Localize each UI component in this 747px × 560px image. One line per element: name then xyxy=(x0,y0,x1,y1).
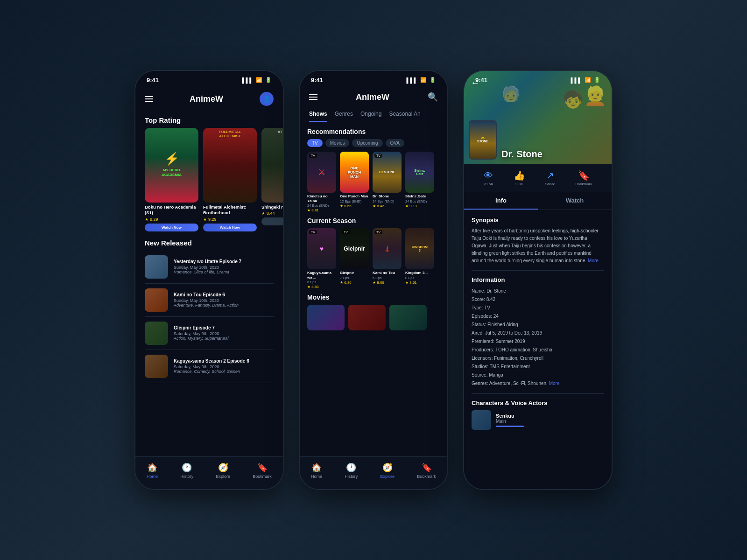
status-time-3: 9:41 xyxy=(475,77,487,84)
phone1-content: Top Rating ⚡ MY HEROACADEMIA Boku no Her… xyxy=(135,111,283,489)
phone-2: 9:41 ▌▌▌ 📶 🔋 AnimeW 🔍 Shows Genres Ongoi… xyxy=(299,70,448,490)
char-item-senkuu[interactable]: Senkuu Main xyxy=(472,410,604,430)
watch-btn-mha[interactable]: Watch Now xyxy=(145,224,198,231)
bookmark-icon: 🔖 xyxy=(257,462,268,473)
nav-home-2[interactable]: 🏠 Home xyxy=(311,462,322,479)
cs-rating-kingdom: ★ 8.61 xyxy=(405,280,434,285)
view-count: 20.5K xyxy=(484,182,493,186)
list-item[interactable]: Yesterday wo Utatte Episode 7 Sunday, Ma… xyxy=(145,251,274,284)
new-released-info-1: Yesterday wo Utatte Episode 7 Sunday, Ma… xyxy=(174,259,241,274)
cs-rating-kaguya: ★ 8.83 xyxy=(307,285,336,289)
user-avatar[interactable]: 👤 xyxy=(260,92,274,106)
nr-title-2: Kami no Tou Episode 6 xyxy=(174,292,239,297)
watch-btn-aot[interactable]: Watch xyxy=(261,217,283,225)
card-rating-mha: ★8.29 xyxy=(145,217,198,222)
synopsis-title: Synopsis xyxy=(472,217,604,224)
bookmark-label: Bookmark xyxy=(575,182,592,186)
home-icon-2: 🏠 xyxy=(311,462,322,473)
rating-card-fma[interactable]: FULLMETALALCHEMIST Fullmetal Alchemist: … xyxy=(203,128,257,233)
list-item[interactable]: Kaguya-sama Season 2 Episode 6 Saturday,… xyxy=(145,350,274,383)
rec-title: Recommendations xyxy=(307,128,440,135)
tab-shows[interactable]: Shows xyxy=(309,107,327,122)
characters-title: Characters & Voice Actors xyxy=(472,399,604,406)
phone2-content: Recommendations TV Movies Upcoming OVA T… xyxy=(300,122,447,489)
cs-badge-kaguya: TV xyxy=(309,230,317,234)
thumb-1 xyxy=(145,255,168,279)
cs-badge-kami: TV xyxy=(374,230,382,234)
rec-card-eps-opm: 12 Eps (END) xyxy=(340,199,369,203)
top-rating-title: Top Rating xyxy=(135,111,283,128)
poster-mha: ⚡ MY HEROACADEMIA xyxy=(145,128,198,203)
list-item[interactable]: Kami no Tou Episode 6 Sunday, May 10th, … xyxy=(145,284,274,317)
share-label: Share xyxy=(545,182,555,186)
movies-title: Movies xyxy=(307,294,440,301)
movie-card-1[interactable] xyxy=(307,305,345,330)
recommendations-section: Recommendations TV Movies Upcoming OVA T… xyxy=(300,122,447,212)
rec-card-opm[interactable]: ONEPUNCHMAN One Punch Man 12 Eps (END) ★… xyxy=(340,152,369,212)
rating-card-mha[interactable]: ⚡ MY HEROACADEMIA Boku no Hero Academia … xyxy=(145,128,198,233)
rec-card-rating-steins: ★ 9.13 xyxy=(405,204,434,208)
cs-poster-kami: TV 🗼 xyxy=(373,228,402,269)
card-title-fma: Fullmetal Alchemist: Brotherhood xyxy=(203,204,257,216)
card-info-fma: Fullmetal Alchemist: Brotherhood ★9.29 W… xyxy=(203,203,257,233)
cs-card-gleipnir[interactable]: TV Gleipnir Gleipnir 7 Eps. ★ 6.86 xyxy=(340,228,369,289)
status-icons-3: ▌▌▌ 📶 🔋 xyxy=(571,77,600,83)
bottom-nav-1: 🏠 Home 🕐 History 🧭 Explore 🔖 Bookmark xyxy=(135,456,283,489)
movie-card-3[interactable] xyxy=(389,305,427,330)
list-item[interactable]: Gleipnir Episode 7 Saturday, May 9th, 20… xyxy=(145,317,274,350)
nr-title-4: Kaguya-sama Season 2 Episode 6 xyxy=(174,358,249,364)
share-icon: ↗ xyxy=(546,170,554,181)
info-more[interactable]: More xyxy=(549,381,560,386)
hamburger-menu-2[interactable] xyxy=(309,94,317,100)
wifi-icon-2: 📶 xyxy=(420,77,427,83)
nav-explore-2[interactable]: 🧭 Explore xyxy=(381,462,395,479)
search-button[interactable]: 🔍 xyxy=(428,92,438,102)
nav-label-history: History xyxy=(180,474,193,479)
rec-grid: TV ⚔ Kimetsu no Yaiba 24 Eps (END) ★ 8.8… xyxy=(307,152,440,212)
tab-genres[interactable]: Genres xyxy=(335,107,353,122)
nav-bookmark-1[interactable]: 🔖 Bookmark xyxy=(253,462,272,479)
filter-tv[interactable]: TV xyxy=(307,139,323,147)
rec-card-steins[interactable]: Steins;Gate Steins;Gate 24 Eps (END) ★ 9… xyxy=(405,152,434,212)
hero-title-overlay: Dr. STONE Dr. Stone xyxy=(469,120,543,160)
status-bar-2: 9:41 ▌▌▌ 📶 🔋 xyxy=(300,71,447,87)
movie-card-2[interactable] xyxy=(348,305,386,330)
nav-explore-1[interactable]: 🧭 Explore xyxy=(216,462,231,479)
nr-genres-4: Romance, Comedy, School, Seinen xyxy=(174,369,249,374)
rec-card-kimetsu[interactable]: TV ⚔ Kimetsu no Yaiba 24 Eps (END) ★ 8.8… xyxy=(307,152,336,212)
nr-title-1: Yesterday wo Utatte Episode 7 xyxy=(174,259,241,264)
rec-poster-steins: Steins;Gate xyxy=(405,152,434,193)
cs-card-kingdom[interactable]: KINGDOM3 Kingdom 3... 8 Eps. ★ 8.61 xyxy=(405,228,434,289)
watch-btn-fma[interactable]: Watch Now xyxy=(203,224,257,231)
tab-watch[interactable]: Watch xyxy=(538,192,612,210)
nav-bookmark-2[interactable]: 🔖 Bookmark xyxy=(417,462,436,479)
action-views[interactable]: 👁 20.5K xyxy=(484,170,493,186)
filter-movies[interactable]: Movies xyxy=(325,139,350,147)
cs-poster-gleipnir: TV Gleipnir xyxy=(340,228,369,269)
nav-home-1[interactable]: 🏠 Home xyxy=(147,462,158,479)
rec-card-drstone[interactable]: TV Dr.STONE Dr. Stone 24 Eps (END) ★ 8.4… xyxy=(373,152,402,212)
tab-seasonal[interactable]: Seasonal An xyxy=(389,107,420,122)
nav-history-2[interactable]: 🕐 History xyxy=(345,462,358,479)
action-likes[interactable]: 👍 3.8K xyxy=(514,170,525,186)
card-info-aot: Shingeki no ... ★8.44 Watch xyxy=(261,203,283,227)
action-bar: 👁 20.5K 👍 3.8K ↗ Share 🔖 Bookmark xyxy=(464,164,612,192)
cs-card-kami[interactable]: TV 🗼 Kami no Tou 6 Eps. ★ 8.06 xyxy=(373,228,402,289)
action-bookmark[interactable]: 🔖 Bookmark xyxy=(575,170,592,186)
synopsis-more[interactable]: More xyxy=(588,258,599,263)
signal-icon-2: ▌▌▌ xyxy=(407,77,417,83)
header-1: AnimeW 👤 xyxy=(135,87,283,111)
tab-ongoing[interactable]: Ongoing xyxy=(360,107,381,122)
cs-card-kaguya[interactable]: TV ♥ Kaguya-sama wa ... 6 Eps. ★ 8.83 xyxy=(307,228,336,289)
filter-upcoming[interactable]: Upcoming xyxy=(352,139,382,147)
tab-info[interactable]: Info xyxy=(464,192,538,210)
rec-poster-drstone: TV Dr.STONE xyxy=(373,152,402,193)
nav-history-1[interactable]: 🕐 History xyxy=(180,462,193,479)
action-share[interactable]: ↗ Share xyxy=(545,170,555,186)
hamburger-menu[interactable] xyxy=(145,96,153,102)
top-rating-carousel: ⚡ MY HEROACADEMIA Boku no Hero Academia … xyxy=(135,128,283,233)
signal-icon-3: ▌▌▌ xyxy=(571,77,582,83)
filter-ova[interactable]: OVA xyxy=(386,139,404,147)
rec-poster-kimetsu: TV ⚔ xyxy=(307,152,336,193)
rating-card-aot[interactable]: ATTACK ONTITAN Shingeki no ... ★8.44 Wat… xyxy=(261,128,283,233)
